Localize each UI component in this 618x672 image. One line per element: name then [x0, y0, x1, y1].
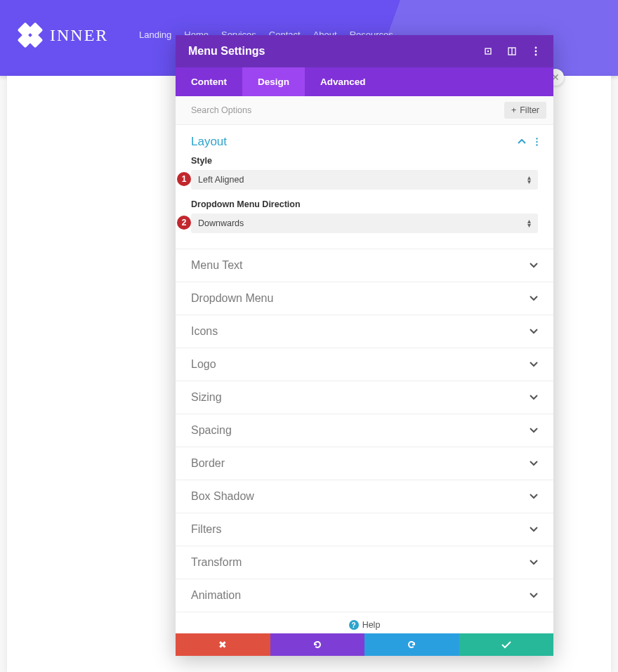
chevron-up-icon[interactable] [518, 139, 526, 145]
style-label: Style [191, 156, 538, 166]
redo-icon [406, 639, 417, 650]
nav-item[interactable]: Landing [139, 29, 171, 40]
section-row-title: Icons [191, 325, 218, 338]
help-label: Help [362, 620, 381, 630]
section-row-title: Dropdown Menu [191, 292, 273, 305]
chevron-down-icon [530, 395, 538, 400]
section-row-title: Spacing [191, 424, 232, 437]
section-row[interactable]: Spacing [176, 414, 553, 447]
chevron-down-icon [530, 527, 538, 532]
svg-point-4 [535, 47, 537, 49]
help-icon: ? [349, 620, 359, 630]
action-bar: ✖ [176, 633, 553, 656]
search-input[interactable]: Search Options [191, 105, 251, 115]
chevron-down-icon [530, 461, 538, 466]
save-button[interactable] [459, 633, 554, 656]
section-row-title: Animation [191, 589, 241, 602]
redo-button[interactable] [364, 633, 459, 656]
section-row[interactable]: Icons [176, 315, 553, 348]
help-row[interactable]: ? Help [176, 612, 553, 633]
filter-button[interactable]: + Filter [504, 102, 546, 119]
kebab-menu-icon[interactable] [531, 46, 541, 56]
expand-icon[interactable] [483, 46, 493, 56]
section-row[interactable]: Menu Text [176, 249, 553, 282]
section-row-title: Sizing [191, 391, 222, 404]
section-row[interactable]: Border [176, 447, 553, 480]
annotation-badge-2: 2 [177, 216, 191, 230]
modal-tabs: Content Design Advanced [176, 67, 553, 96]
svg-point-1 [487, 51, 489, 52]
kebab-menu-icon[interactable] [536, 138, 538, 146]
modal-title: Menu Settings [188, 45, 265, 58]
tab-advanced[interactable]: Advanced [305, 67, 381, 96]
section-row[interactable]: Box Shadow [176, 480, 553, 513]
cancel-button[interactable]: ✖ [176, 633, 270, 656]
section-row-title: Transform [191, 556, 242, 569]
brand-name: INNER [50, 26, 108, 45]
select-caret-icon: ▴▾ [527, 176, 531, 184]
section-layout-title[interactable]: Layout [191, 135, 227, 149]
check-icon [501, 640, 512, 649]
filter-label: Filter [520, 105, 539, 115]
svg-point-6 [535, 54, 537, 56]
section-row-title: Box Shadow [191, 490, 254, 503]
section-row[interactable]: Sizing [176, 381, 553, 414]
undo-button[interactable] [270, 633, 365, 656]
section-row-title: Border [191, 457, 225, 470]
brand-logo-icon [13, 18, 48, 53]
chevron-down-icon [530, 296, 538, 301]
search-row: Search Options + Filter [176, 96, 553, 125]
section-row[interactable]: Dropdown Menu [176, 282, 553, 315]
section-row[interactable]: Animation [176, 579, 553, 612]
section-row[interactable]: Transform [176, 546, 553, 579]
modal-header: Menu Settings [176, 35, 553, 67]
chevron-down-icon [530, 593, 538, 598]
tab-content[interactable]: Content [176, 67, 242, 96]
style-select[interactable]: Left Aligned ▴▾ [191, 170, 538, 190]
section-row-title: Filters [191, 523, 222, 536]
svg-point-7 [536, 138, 537, 139]
svg-point-9 [536, 144, 537, 145]
brand: INNER [18, 22, 108, 48]
chevron-down-icon [530, 560, 538, 565]
section-row[interactable]: Filters [176, 513, 553, 546]
dropdown-direction-label: Dropdown Menu Direction [191, 199, 538, 209]
settings-modal: Menu Settings Content Design Advanced Se… [176, 35, 553, 656]
close-icon: ✖ [218, 639, 227, 650]
chevron-down-icon [530, 362, 538, 367]
section-row-title: Menu Text [191, 259, 243, 272]
undo-icon [312, 639, 323, 650]
svg-point-8 [536, 141, 537, 143]
chevron-down-icon [530, 428, 538, 433]
dropdown-direction-value: Downwards [198, 218, 244, 228]
annotation-badge-1: 1 [177, 172, 191, 186]
dropdown-direction-select[interactable]: Downwards ▴▾ [191, 213, 538, 233]
panel-icon[interactable] [507, 46, 517, 56]
chevron-down-icon [530, 329, 538, 334]
svg-point-5 [535, 51, 537, 53]
chevron-down-icon [530, 494, 538, 499]
tab-design[interactable]: Design [242, 67, 305, 96]
section-row[interactable]: Logo [176, 348, 553, 381]
section-layout: Layout Style 1 Left Aligned ▴▾ Dropdown … [176, 125, 553, 249]
select-caret-icon: ▴▾ [527, 219, 531, 228]
section-row-title: Logo [191, 358, 216, 371]
style-value: Left Aligned [198, 175, 244, 185]
chevron-down-icon [530, 263, 538, 268]
plus-icon: + [511, 105, 516, 115]
